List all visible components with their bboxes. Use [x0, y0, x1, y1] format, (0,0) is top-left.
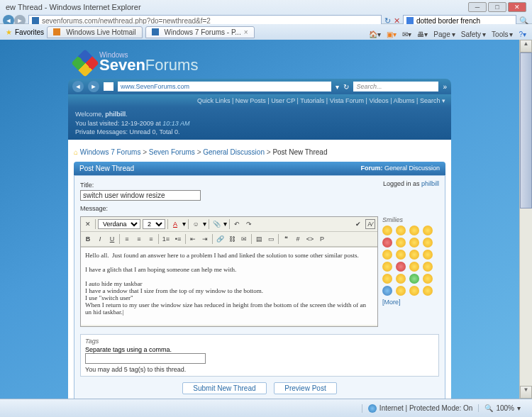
ql-tutorials[interactable]: Tutorials: [300, 97, 324, 104]
crumb-general[interactable]: General Discussion: [203, 148, 265, 156]
color-icon[interactable]: A: [170, 219, 180, 229]
site-logo[interactable]: Windows SevenForums: [68, 45, 451, 79]
tab-hotmail[interactable]: Windows Live Hotmail: [47, 26, 142, 38]
font-select[interactable]: Verdana: [98, 219, 140, 229]
smiley-shy[interactable]: [382, 262, 392, 272]
spellcheck-icon[interactable]: ✔: [353, 219, 363, 229]
welcome-user[interactable]: philbill: [105, 111, 126, 118]
maximize-button[interactable]: □: [488, 2, 506, 12]
print-icon[interactable]: 🖶▾: [417, 30, 428, 38]
scroll-thumb[interactable]: [520, 52, 532, 208]
smiley-angry[interactable]: [396, 262, 406, 272]
smiley-lol[interactable]: [396, 286, 406, 296]
smiley-sleep[interactable]: [423, 262, 433, 272]
underline-icon[interactable]: U: [107, 234, 117, 244]
message-textarea[interactable]: [81, 247, 377, 325]
smiley-icon[interactable]: ☺: [191, 219, 201, 229]
smiley-huh[interactable]: [396, 250, 406, 260]
scroll-up-button[interactable]: ▲: [520, 40, 532, 52]
smiley-wink[interactable]: [409, 226, 419, 235]
feeds-icon[interactable]: ▣▾: [387, 30, 397, 38]
ql-newposts[interactable]: New Posts: [235, 97, 266, 104]
ql-usercp[interactable]: User CP: [271, 97, 295, 104]
smiley-sick[interactable]: [409, 274, 419, 284]
page-menu[interactable]: Page▾: [433, 30, 455, 38]
zoom-control[interactable]: 🔍 100% ▾: [478, 404, 526, 412]
reload-icon[interactable]: ↻: [343, 83, 349, 91]
smiley-shock[interactable]: [423, 250, 433, 260]
smiley-happy[interactable]: [382, 226, 392, 235]
ql-albums[interactable]: Albums: [394, 97, 415, 104]
tools-menu[interactable]: Tools▾: [492, 30, 513, 38]
forum-search-go-icon[interactable]: »: [443, 83, 447, 91]
smiley-party[interactable]: [423, 286, 433, 296]
smiley-dev[interactable]: [409, 286, 419, 296]
smiley-cry[interactable]: [409, 262, 419, 272]
quote-icon[interactable]: ❝: [281, 234, 291, 244]
php-icon[interactable]: P: [317, 234, 327, 244]
crumb-sevenforums[interactable]: Seven Forums: [149, 148, 195, 156]
html-icon[interactable]: <>: [305, 234, 315, 244]
smiley-tongue[interactable]: [423, 226, 433, 235]
outdent-icon[interactable]: ⇤: [188, 234, 198, 244]
smiley-roll[interactable]: [396, 238, 406, 248]
private-messages-link[interactable]: Private Messages: Unread 0, Total 0.: [75, 128, 179, 135]
submit-button[interactable]: Submit New Thread: [182, 382, 266, 394]
align-left-icon[interactable]: ≡: [122, 234, 132, 244]
smiley-eek[interactable]: [423, 238, 433, 248]
title-input[interactable]: [80, 190, 201, 201]
smiley-cool[interactable]: [382, 250, 392, 260]
close-button[interactable]: ✕: [508, 2, 526, 12]
more-smilies-link[interactable]: [More]: [382, 299, 439, 306]
indent-icon[interactable]: ⇥: [200, 234, 210, 244]
nav-back-icon[interactable]: ◄: [72, 81, 84, 92]
preview-button[interactable]: Preview Post: [274, 382, 336, 394]
ql-search[interactable]: Search: [420, 97, 440, 104]
link-icon[interactable]: 🔗: [215, 234, 225, 244]
forum-url[interactable]: www.SevenForums.com: [118, 82, 331, 91]
help-icon[interactable]: ?▾: [519, 30, 526, 38]
removefmt-icon[interactable]: ✕: [83, 219, 93, 229]
smiley-conf[interactable]: [423, 274, 433, 284]
vertical-scrollbar[interactable]: ▲ ▼: [519, 40, 532, 399]
tags-input[interactable]: [85, 353, 206, 364]
crumb-w7forums[interactable]: Windows 7 Forums: [80, 148, 141, 156]
unlink-icon[interactable]: ⛓: [227, 234, 237, 244]
smiley-geek[interactable]: [382, 274, 392, 284]
smiley-think[interactable]: [382, 286, 392, 296]
list-ol-icon[interactable]: 1≡: [161, 234, 171, 244]
scroll-down-button[interactable]: ▼: [520, 386, 532, 399]
home-icon[interactable]: ⌂: [74, 148, 78, 156]
email-icon[interactable]: ✉: [239, 234, 249, 244]
undo-icon[interactable]: ↶: [232, 219, 242, 229]
size-select[interactable]: 2: [143, 219, 165, 229]
forum-search-input[interactable]: Search...: [353, 82, 438, 91]
smiley-sad[interactable]: [409, 238, 419, 248]
list-ul-icon[interactable]: •≡: [173, 234, 183, 244]
ql-videos[interactable]: Videos: [369, 97, 388, 104]
safety-menu[interactable]: Safety▾: [461, 30, 486, 38]
minimize-button[interactable]: ─: [468, 2, 487, 12]
redo-icon[interactable]: ↷: [244, 219, 254, 229]
attach-icon[interactable]: 📎: [211, 219, 221, 229]
smiley-sarc[interactable]: [396, 274, 406, 284]
ql-vistaforum[interactable]: Vista Forum: [330, 97, 364, 104]
smiley-zip[interactable]: [409, 250, 419, 260]
align-center-icon[interactable]: ≡: [134, 234, 144, 244]
smiley-mad[interactable]: [382, 238, 392, 248]
code-icon[interactable]: #: [293, 234, 303, 244]
smiley-grin[interactable]: [396, 226, 406, 235]
video-icon[interactable]: ▭: [266, 234, 276, 244]
nav-fwd-icon[interactable]: ►: [88, 81, 99, 92]
toggle-mode-icon[interactable]: A⁄: [365, 219, 375, 229]
italic-icon[interactable]: I: [95, 234, 105, 244]
favorites-label[interactable]: Favorites: [15, 28, 44, 36]
tab-close-icon[interactable]: ×: [244, 28, 248, 36]
tab-sevenforums[interactable]: Windows 7 Forums - P... ×: [145, 26, 255, 38]
mail-icon[interactable]: ✉▾: [402, 30, 411, 38]
bold-icon[interactable]: B: [83, 234, 93, 244]
image-icon[interactable]: ▤: [254, 234, 264, 244]
home-icon[interactable]: 🏠▾: [369, 30, 381, 38]
favorites-star-icon[interactable]: ★: [6, 28, 12, 36]
align-right-icon[interactable]: ≡: [146, 234, 156, 244]
